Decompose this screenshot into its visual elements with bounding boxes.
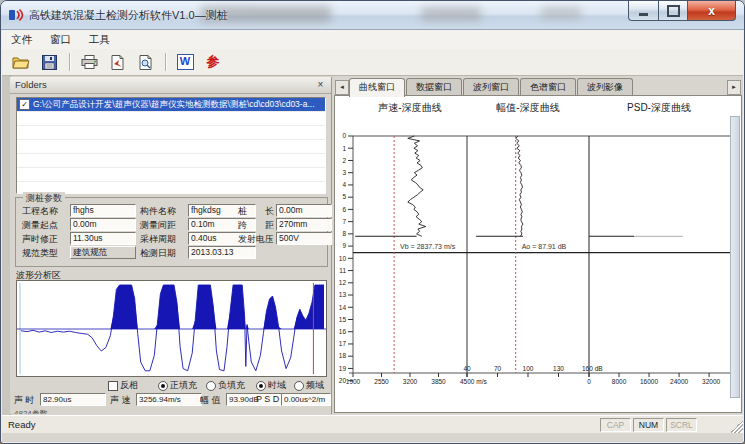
y-tick-label: 8: [342, 230, 346, 237]
pile-params-group: 测桩参数 工程名称fhghs构件名称fhgkdsg桩 长0.00m测量起点0.0…: [15, 197, 328, 267]
param-label: 工程名称: [22, 205, 58, 218]
params-button[interactable]: 参: [200, 50, 226, 74]
toolbar-separator: [69, 53, 71, 71]
y-tick-label: 15: [339, 316, 347, 323]
param-field[interactable]: fhghs: [70, 204, 136, 217]
param-label: 发射电压: [238, 233, 274, 246]
clipped-text: 4824参数: [14, 408, 94, 414]
y-tick-label: 4: [342, 181, 346, 188]
print-export-icon: [110, 55, 125, 70]
fill-positive-radio[interactable]: 正填充: [158, 379, 197, 392]
wave-positive-fill: [21, 285, 324, 329]
param-label: 规范类型: [22, 247, 58, 260]
y-tick-label: 14: [339, 304, 347, 311]
param-label: 构件名称: [140, 205, 176, 218]
menu-item-0[interactable]: 文件: [2, 31, 41, 49]
toolbar-separator: [165, 53, 167, 71]
y-tick-label: 13: [339, 291, 347, 298]
invert-checkbox[interactable]: 反相: [108, 379, 138, 392]
chart-panel: ◄ 曲线窗口数据窗口波列窗口色谱窗口波列影像 ► 声速-深度曲线 幅值-深度曲线…: [333, 77, 743, 414]
x-tick-label: 3850: [431, 378, 446, 385]
waveform-svg: [17, 281, 326, 376]
reading-label: P S D: [256, 394, 279, 404]
folders-panel-title: Folders: [15, 79, 47, 90]
y-tick-label: 5: [342, 193, 346, 200]
status-text: Ready: [8, 419, 35, 430]
param-field[interactable]: 500V: [276, 232, 332, 245]
y-tick-label: 18: [339, 352, 347, 359]
list-item[interactable]: ✓G:\公司产品设计开发\超声仪器\超声仪实地检测数据\测桩\cd\cd03\c…: [17, 98, 325, 112]
fill-negative-radio[interactable]: 负填充: [206, 379, 245, 392]
reading-field[interactable]: 0.00us^2/m: [281, 393, 331, 406]
folders-panel-header[interactable]: Folders ×: [10, 77, 331, 94]
checkbox-icon[interactable]: ✓: [19, 99, 30, 110]
y-tick-label: 7: [342, 218, 346, 225]
toolbar: W 参: [2, 49, 743, 76]
x-tick-label: 0: [587, 378, 591, 385]
folders-panel: Folders × ✓G:\公司产品设计开发\超声仪器\超声仪实地检测数据\测桩…: [10, 77, 332, 414]
tab-scroll-right-button[interactable]: ►: [727, 80, 741, 95]
tab-波列影像[interactable]: 波列影像: [577, 78, 633, 95]
open-file-button[interactable]: [8, 50, 34, 74]
y-tick-label: 19: [339, 365, 347, 372]
status-cell-num: NUM: [633, 418, 664, 432]
waveform-plot[interactable]: [16, 280, 327, 377]
status-cell-cap: CAP: [600, 418, 631, 432]
param-label: 跨 距: [238, 219, 274, 232]
x-tick-label: 1900: [346, 378, 361, 385]
vertical-scrollbar[interactable]: [730, 116, 740, 398]
reading-field[interactable]: 3256.94m/s: [136, 393, 202, 406]
minimize-button[interactable]: [628, 1, 658, 21]
radio-icon: [256, 381, 266, 391]
param-field[interactable]: 0.00m: [276, 204, 332, 217]
tab-曲线窗口[interactable]: 曲线窗口: [349, 78, 405, 97]
time-domain-radio[interactable]: 时域: [256, 379, 286, 392]
resize-grip[interactable]: [730, 420, 743, 433]
param-field[interactable]: 建筑规范: [70, 246, 136, 259]
param-label: 采样周期: [140, 233, 176, 246]
x-tick-label: 8000: [612, 378, 627, 385]
print-export-button[interactable]: [104, 50, 130, 74]
tab-波列窗口[interactable]: 波列窗口: [463, 78, 519, 95]
y-tick-label: 11: [339, 267, 346, 274]
menu-item-1[interactable]: 窗口: [41, 31, 80, 49]
status-bar: Ready CAPNUMSCRL: [2, 415, 743, 433]
reading-label: 幅 值: [200, 394, 221, 407]
maximize-button[interactable]: [658, 1, 687, 21]
save-button[interactable]: [36, 50, 62, 74]
title-bar[interactable]: 高铁建筑混凝土检测分析软件V1.0—测桩 x: [1, 1, 744, 30]
word-export-button[interactable]: W: [172, 50, 198, 74]
pile-params-title: 测桩参数: [23, 192, 65, 205]
app-window: 高铁建筑混凝土检测分析软件V1.0—测桩 x 文件窗口工具: [0, 0, 745, 444]
app-icon: [8, 7, 24, 23]
save-icon: [42, 55, 57, 70]
tab-scroll-left-button[interactable]: ◄: [335, 80, 349, 95]
tab-数据窗口[interactable]: 数据窗口: [406, 78, 462, 95]
freq-domain-radio[interactable]: 频域: [294, 379, 324, 392]
x-tick-label: 24000: [670, 378, 688, 385]
reading-label: 声 时: [14, 394, 35, 407]
depth-charts[interactable]: 0123456789101112131415161718192019002550…: [335, 96, 739, 410]
param-label: 测量间距: [140, 219, 176, 232]
y-tick-label: 6: [342, 206, 346, 213]
print-icon: [81, 55, 98, 69]
tab-strip: ◄ 曲线窗口数据窗口波列窗口色谱窗口波列影像 ►: [333, 77, 743, 96]
print-preview-button[interactable]: [132, 50, 158, 74]
close-button[interactable]: x: [687, 1, 736, 21]
y-tick-label: 16: [339, 328, 347, 335]
folder-list[interactable]: ✓G:\公司产品设计开发\超声仪器\超声仪实地检测数据\测桩\cd\cd03\c…: [16, 97, 326, 194]
param-field[interactable]: 11.30us: [70, 232, 136, 245]
param-field[interactable]: 0.00m: [70, 218, 136, 231]
x-tick-label: 4500 m/s: [460, 378, 487, 385]
x-tick-label: 130: [553, 365, 564, 372]
param-field[interactable]: 270mm: [276, 218, 332, 231]
menu-item-2[interactable]: 工具: [80, 31, 119, 49]
print-button[interactable]: [76, 50, 102, 74]
panel-close-icon[interactable]: ×: [314, 78, 327, 91]
tab-色谱窗口[interactable]: 色谱窗口: [520, 78, 576, 95]
y-tick-label: 10: [339, 255, 347, 262]
list-item-empty: [17, 126, 325, 140]
glass-blur: [541, 7, 581, 19]
reading-field[interactable]: 82.90us: [40, 393, 106, 406]
param-field[interactable]: 2013.03.13: [188, 246, 256, 259]
